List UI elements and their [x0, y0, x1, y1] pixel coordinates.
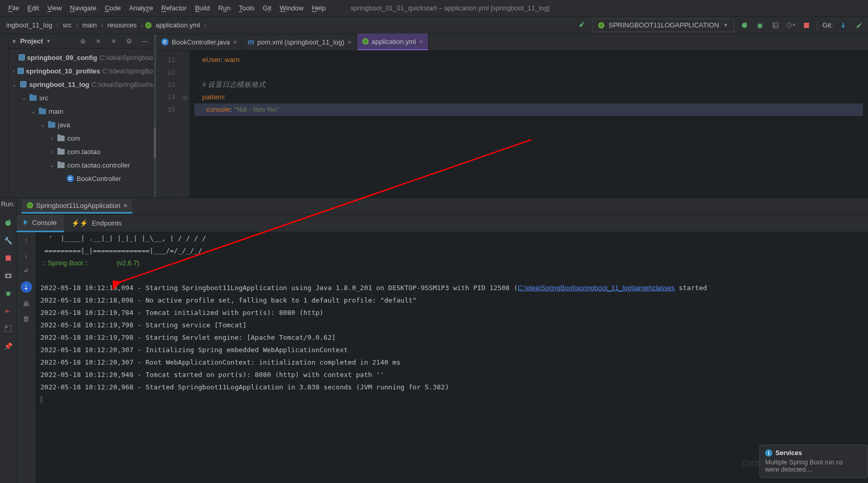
menu-edit[interactable]: Edit	[23, 4, 43, 12]
crumb[interactable]: resources	[105, 21, 139, 29]
console-output[interactable]: ' |____| .__|_| |_|_| |_\__, | / / / / =…	[36, 232, 868, 483]
close-tab-icon[interactable]: ×	[347, 38, 352, 46]
close-tab-icon[interactable]: ×	[419, 38, 423, 46]
tree-chevron-icon[interactable]: ⌄	[11, 81, 17, 88]
camera-icon[interactable]	[3, 270, 13, 281]
debug-icon[interactable]	[755, 20, 765, 31]
expand-all-icon[interactable]: ≡	[93, 36, 103, 47]
tree-label: com.taotao	[67, 148, 100, 156]
menu-file[interactable]: File	[4, 4, 23, 12]
tree-row[interactable]: ⌄com.taotao.controller	[8, 158, 153, 172]
tree-chevron-icon[interactable]: ⌄	[21, 95, 27, 101]
commit-icon[interactable]	[854, 20, 864, 31]
main-area: ▼ Project ▼ ⊕ ≡ ≡ ⚙ — springboot_09_conf…	[0, 34, 868, 218]
clear-icon[interactable]: 🗑	[23, 315, 29, 323]
tree-chevron-icon[interactable]: ›	[11, 68, 16, 74]
crumb[interactable]: ingboot_11_log	[4, 21, 54, 29]
stop-button[interactable]	[801, 20, 812, 31]
tree-row[interactable]: CBookController	[8, 172, 153, 185]
console-gutter: ↑ ↓ ↲ ⇣ 🖶 🗑	[17, 232, 36, 483]
hide-icon[interactable]: —	[140, 36, 150, 47]
tree-row[interactable]: ⌄springboot_11_log C:\idea\SpringBoot\s	[8, 78, 153, 91]
tree-chevron-icon[interactable]: ›	[49, 135, 55, 141]
console-tab[interactable]: Console	[17, 215, 64, 232]
close-tab-icon[interactable]: ×	[124, 202, 128, 209]
project-title[interactable]: Project	[20, 37, 43, 45]
services-notification[interactable]: i Services Multiple Spring Boot run co w…	[759, 445, 868, 478]
folder-icon	[57, 134, 65, 142]
tree-row[interactable]: ⌄java	[8, 118, 153, 131]
run-main: Springboot11LogApplication × Console⚡⚡En…	[17, 198, 868, 483]
run-tab[interactable]: Springboot11LogApplication ×	[22, 199, 132, 214]
editor-tab[interactable]: CBookController.java×	[156, 34, 242, 50]
stop-button[interactable]	[3, 253, 13, 263]
exit-icon[interactable]: ⇤	[3, 306, 13, 316]
collapse-all-icon[interactable]: ≡	[109, 36, 119, 47]
menu-help[interactable]: Help	[308, 4, 330, 12]
tree-label: com.taotao.controller	[67, 161, 130, 169]
menu-code[interactable]: Code	[101, 4, 125, 12]
subtab-label: Endpoints	[92, 219, 122, 227]
down-icon[interactable]: ↓	[24, 251, 28, 259]
scroll-to-end-icon[interactable]: ⇣	[21, 281, 32, 293]
crumb[interactable]: application.yml	[154, 21, 202, 29]
coverage-icon[interactable]	[770, 20, 781, 31]
menu-window[interactable]: Window	[276, 4, 308, 12]
menu-build[interactable]: Build	[191, 4, 214, 12]
run-tab-label: Springboot11LogApplication	[36, 202, 120, 209]
update-project-icon[interactable]	[838, 20, 848, 31]
chevron-down-icon[interactable]: ▼	[11, 38, 17, 44]
menu-view[interactable]: View	[43, 4, 66, 12]
subtab-label: Console	[32, 219, 57, 227]
console-tab[interactable]: ⚡⚡Endpoints	[64, 215, 129, 232]
crumb[interactable]: main	[80, 21, 99, 29]
run-config-selector[interactable]: SPRINGBOOT11LOGAPPLICATION ▼	[592, 19, 734, 32]
run-config-name: SPRINGBOOT11LOGAPPLICATION	[608, 21, 719, 29]
editor-tab[interactable]: application.yml×	[357, 34, 429, 50]
tree-chevron-icon[interactable]: ⌄	[30, 108, 36, 115]
tree-label: main	[49, 108, 63, 115]
menu-navigate[interactable]: Navigate	[66, 4, 100, 12]
code-area[interactable]: eUser: warn # 设置日志模板格式 pattern: console:…	[189, 51, 868, 204]
rerun-icon[interactable]	[739, 20, 750, 31]
tree-row[interactable]: ⌄src	[8, 91, 153, 104]
spring-icon	[598, 22, 604, 28]
layout-icon[interactable]	[3, 323, 13, 334]
up-icon[interactable]: ↑	[24, 236, 28, 244]
crumb[interactable]: src	[60, 21, 73, 29]
menu-refactor[interactable]: Refactor	[157, 4, 191, 12]
menu-run[interactable]: Run	[214, 4, 235, 12]
profiler-icon[interactable]: ▼	[786, 20, 796, 31]
pin-icon[interactable]: 📌	[3, 341, 13, 351]
tree-row[interactable]: springboot_09_config C:\idea\Springboo	[8, 51, 153, 64]
tree-label: src	[39, 94, 48, 102]
wrench-icon[interactable]: 🔧	[3, 235, 13, 246]
tree-chevron-icon[interactable]: ⌄	[49, 162, 55, 169]
svg-point-4	[7, 275, 9, 277]
select-opened-file-icon[interactable]: ⊕	[78, 36, 88, 47]
chevron-down-icon[interactable]: ▼	[46, 38, 51, 44]
chevron-down-icon: ▼	[723, 22, 728, 28]
tree-row[interactable]: ⌄main	[8, 104, 153, 118]
soft-wrap-icon[interactable]: ↲	[23, 266, 29, 274]
editor-tab[interactable]: mpom.xml (springboot_11_log)×	[242, 34, 357, 50]
git-label: Git:	[823, 21, 833, 29]
print-icon[interactable]: 🖶	[23, 300, 29, 308]
tree-label: springboot_11_log	[29, 81, 89, 88]
build-hammer-icon[interactable]	[577, 20, 587, 31]
tree-row[interactable]: ›com.taotao	[8, 145, 153, 158]
tree-row[interactable]: ›springboot_10_profiles C:\idea\SpringBo	[8, 64, 153, 78]
menu-analyze[interactable]: Analyze	[125, 4, 157, 12]
menu-git[interactable]: Git	[258, 4, 276, 12]
line-gutter: 1112131415	[156, 51, 181, 204]
menu-tools[interactable]: Tools	[235, 4, 258, 12]
rerun-icon[interactable]	[3, 218, 13, 228]
settings-gear-icon[interactable]: ⚙	[124, 36, 134, 47]
tree-label: com	[67, 134, 80, 142]
folder-icon	[57, 161, 65, 169]
tree-chevron-icon[interactable]: ⌄	[39, 122, 45, 128]
tree-row[interactable]: ›com	[8, 131, 153, 145]
close-tab-icon[interactable]: ×	[233, 38, 237, 46]
debug-restart-icon[interactable]	[3, 288, 13, 298]
tree-chevron-icon[interactable]: ›	[49, 148, 55, 155]
